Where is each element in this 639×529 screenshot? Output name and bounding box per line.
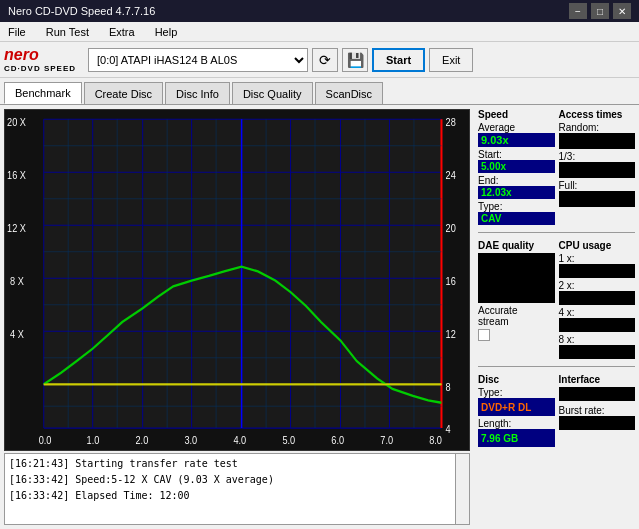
svg-text:1.0: 1.0	[87, 435, 100, 447]
toolbar: nero CD·DVD SPEED [0:0] ATAPI iHAS124 B …	[0, 42, 639, 78]
disc-interface-section: Disc Type: DVD+R DL Length: 7.96 GB Inte…	[478, 374, 635, 447]
access-section: Access times Random: 1/3: Full:	[559, 109, 636, 225]
chart-container: 20 X 16 X 12 X 8 X 4 X 28 24 20 16 12 8 …	[4, 109, 470, 451]
disc-header: Disc	[478, 374, 555, 385]
nero-logo: nero	[4, 46, 76, 64]
interface-header: Interface	[559, 374, 636, 385]
start-button[interactable]: Start	[372, 48, 425, 72]
cpu-2x-label: 2 x:	[559, 280, 636, 291]
access-header: Access times	[559, 109, 636, 120]
svg-text:24: 24	[446, 170, 457, 182]
menu-runtest[interactable]: Run Test	[42, 24, 93, 40]
svg-text:4 X: 4 X	[10, 329, 24, 341]
cpu-section: CPU usage 1 x: 2 x: 4 x: 8 x:	[559, 240, 636, 359]
svg-text:16 X: 16 X	[7, 170, 26, 182]
log-area[interactable]: [16:21:43] Starting transfer rate test […	[4, 453, 470, 525]
svg-text:12: 12	[446, 329, 456, 341]
save-button[interactable]: 💾	[342, 48, 368, 72]
disc-length-value: 7.96 GB	[478, 429, 555, 447]
cpu-2x-box	[559, 291, 636, 305]
stream-label: stream	[478, 316, 555, 327]
svg-text:6.0: 6.0	[331, 435, 344, 447]
burst-label: Burst rate:	[559, 405, 636, 416]
tab-scan-disc[interactable]: ScanDisc	[315, 82, 383, 104]
end-value: 12.03x	[478, 186, 555, 199]
burst-value-box	[559, 416, 636, 430]
onethird-value-box	[559, 162, 636, 178]
tab-disc-info[interactable]: Disc Info	[165, 82, 230, 104]
interface-section: Interface Burst rate:	[559, 374, 636, 447]
svg-text:16: 16	[446, 276, 457, 288]
svg-text:8 X: 8 X	[10, 276, 24, 288]
cpu-4x-label: 4 x:	[559, 307, 636, 318]
tab-disc-quality[interactable]: Disc Quality	[232, 82, 313, 104]
log-entry-3: [16:33:42] Elapsed Time: 12:00	[9, 488, 465, 504]
menubar: File Run Test Extra Help	[0, 22, 639, 42]
random-label: Random:	[559, 122, 636, 133]
speed-header: Speed	[478, 109, 555, 120]
svg-text:5.0: 5.0	[282, 435, 295, 447]
divider-2	[478, 366, 635, 367]
svg-text:0.0: 0.0	[39, 435, 52, 447]
full-value-box	[559, 191, 636, 207]
accurate-label: Accurate	[478, 305, 555, 316]
log-entry-1: [16:21:43] Starting transfer rate test	[9, 456, 465, 472]
dae-header: DAE quality	[478, 240, 555, 251]
svg-text:12 X: 12 X	[7, 223, 26, 235]
accurate-stream-checkbox-area	[478, 329, 555, 341]
end-label: End:	[478, 175, 555, 186]
refresh-button[interactable]: ⟳	[312, 48, 338, 72]
cpu-header: CPU usage	[559, 240, 636, 251]
accurate-stream-checkbox[interactable]	[478, 329, 490, 341]
titlebar-controls: − □ ✕	[569, 3, 631, 19]
tab-benchmark[interactable]: Benchmark	[4, 82, 82, 104]
drive-select[interactable]: [0:0] ATAPI iHAS124 B AL0S	[88, 48, 308, 72]
logo: nero CD·DVD SPEED	[4, 46, 76, 73]
nero-sub-logo: CD·DVD SPEED	[4, 64, 76, 73]
menu-help[interactable]: Help	[151, 24, 182, 40]
right-panel: Speed Average 9.03x Start: 5.00x End: 12…	[474, 105, 639, 529]
onethird-label: 1/3:	[559, 151, 636, 162]
menu-extra[interactable]: Extra	[105, 24, 139, 40]
cpu-1x-box	[559, 264, 636, 278]
dae-value-box	[478, 253, 555, 303]
menu-file[interactable]: File	[4, 24, 30, 40]
cpu-8x-box	[559, 345, 636, 359]
start-label: Start:	[478, 149, 555, 160]
tab-create-disc[interactable]: Create Disc	[84, 82, 163, 104]
svg-text:4.0: 4.0	[233, 435, 246, 447]
speed-access-section: Speed Average 9.03x Start: 5.00x End: 12…	[478, 109, 635, 225]
svg-text:3.0: 3.0	[184, 435, 197, 447]
disc-length-label: Length:	[478, 418, 555, 429]
svg-text:20 X: 20 X	[7, 117, 26, 129]
cpu-4x-box	[559, 318, 636, 332]
svg-text:7.0: 7.0	[380, 435, 393, 447]
svg-text:28: 28	[446, 117, 457, 129]
interface-value-box	[559, 387, 636, 401]
average-value: 9.03x	[478, 133, 555, 147]
svg-text:4: 4	[446, 423, 452, 435]
titlebar-title: Nero CD-DVD Speed 4.7.7.16	[8, 5, 155, 17]
svg-text:8: 8	[446, 382, 452, 394]
maximize-button[interactable]: □	[591, 3, 609, 19]
type-label: Type:	[478, 201, 555, 212]
svg-text:8.0: 8.0	[429, 435, 442, 447]
log-entry-2: [16:33:42] Speed:5-12 X CAV (9.03 X aver…	[9, 472, 465, 488]
svg-text:20: 20	[446, 223, 457, 235]
cpu-dae-section: DAE quality Accurate stream CPU usage 1 …	[478, 240, 635, 359]
log-scrollbar[interactable]	[455, 454, 469, 524]
chart-area: 20 X 16 X 12 X 8 X 4 X 28 24 20 16 12 8 …	[0, 105, 474, 529]
exit-button[interactable]: Exit	[429, 48, 473, 72]
average-label: Average	[478, 122, 555, 133]
full-label: Full:	[559, 180, 636, 191]
tab-bar: Benchmark Create Disc Disc Info Disc Qua…	[0, 78, 639, 105]
disc-type-label: Type:	[478, 387, 555, 398]
svg-text:2.0: 2.0	[136, 435, 149, 447]
disc-type-value: DVD+R DL	[478, 398, 555, 416]
minimize-button[interactable]: −	[569, 3, 587, 19]
start-value: 5.00x	[478, 160, 555, 173]
cpu-8x-label: 8 x:	[559, 334, 636, 345]
divider-1	[478, 232, 635, 233]
main-content: 20 X 16 X 12 X 8 X 4 X 28 24 20 16 12 8 …	[0, 105, 639, 529]
close-button[interactable]: ✕	[613, 3, 631, 19]
